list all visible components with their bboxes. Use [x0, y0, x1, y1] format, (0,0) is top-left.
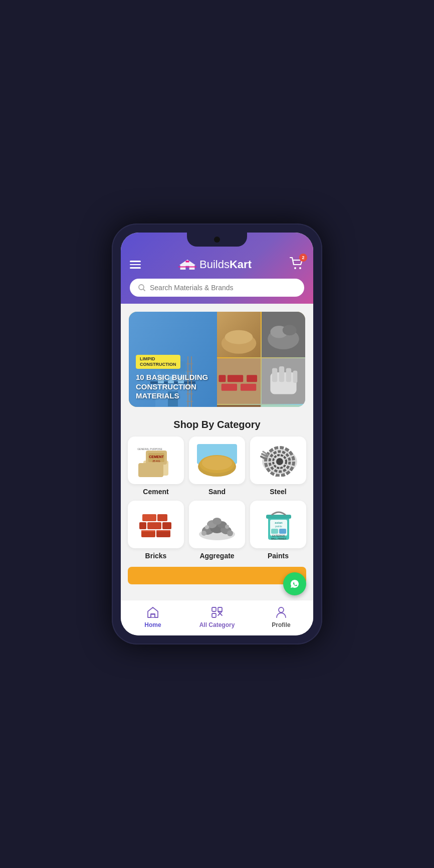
- svg-point-3: [294, 267, 296, 269]
- whatsapp-button[interactable]: [283, 572, 306, 595]
- category-label-aggregate: Aggregate: [199, 552, 234, 560]
- banner-container: LIMPID CONSTRUCTION 10 BASIC BUILDING CO…: [121, 304, 313, 411]
- category-item-steel[interactable]: Steel: [250, 437, 306, 496]
- bottom-promo-bar: [128, 567, 306, 584]
- search-input[interactable]: [150, 284, 296, 292]
- svg-point-52: [202, 456, 232, 470]
- svg-rect-43: [138, 463, 163, 477]
- svg-text:asian: asian: [275, 521, 283, 524]
- svg-rect-27: [241, 384, 256, 391]
- category-item-aggregate[interactable]: Aggregate: [189, 501, 245, 560]
- category-grid: CEMENT 25 KG GENERAL PURPOSE Cement: [121, 437, 313, 567]
- main-content: LIMPID CONSTRUCTION 10 BASIC BUILDING CO…: [121, 304, 313, 600]
- svg-rect-1: [185, 261, 189, 263]
- logo-part2: Kart: [230, 258, 252, 271]
- whatsapp-icon: [288, 577, 301, 590]
- svg-point-22: [225, 330, 253, 344]
- svg-rect-83: [266, 515, 291, 519]
- svg-point-77: [212, 518, 222, 525]
- category-img-cement: CEMENT 25 KG GENERAL PURPOSE: [128, 437, 184, 484]
- phone-frame: BuildsKart 2: [112, 224, 322, 644]
- notch-camera: [214, 237, 220, 243]
- svg-rect-92: [151, 614, 155, 617]
- banner-overlay: LIMPID CONSTRUCTION 10 BASIC BUILDING CO…: [129, 347, 226, 407]
- paints-svg: asian paints EXTERIOR WALL PRIMER: [262, 506, 295, 543]
- svg-rect-67: [162, 522, 171, 529]
- category-label-steel: Steel: [270, 488, 286, 496]
- nav-home-label: Home: [144, 621, 161, 628]
- bricks-svg: [137, 508, 175, 541]
- profile-icon: [274, 605, 288, 619]
- banner-title: 10 BASIC BUILDING CONSTRUCTION MATERIALS: [136, 373, 219, 401]
- category-item-cement[interactable]: CEMENT 25 KG GENERAL PURPOSE Cement: [128, 437, 184, 496]
- search-bar[interactable]: [130, 279, 304, 297]
- cement-svg: CEMENT 25 KG GENERAL PURPOSE: [136, 443, 176, 478]
- app-logo: BuildsKart: [178, 258, 252, 271]
- svg-text:paints: paints: [275, 525, 282, 528]
- steel-svg: [257, 444, 300, 477]
- nav-profile[interactable]: Profile: [249, 605, 313, 628]
- svg-rect-93: [212, 607, 216, 611]
- svg-point-4: [299, 267, 301, 269]
- nav-profile-label: Profile: [272, 621, 290, 628]
- svg-rect-70: [141, 530, 155, 531]
- phone-screen: BuildsKart 2: [121, 233, 313, 635]
- hamburger-menu[interactable]: [130, 261, 141, 269]
- svg-rect-28: [228, 375, 243, 382]
- svg-rect-34: [286, 368, 291, 382]
- logo-text: BuildsKart: [199, 258, 252, 271]
- logo-part1: Builds: [199, 258, 230, 271]
- svg-point-98: [279, 607, 284, 612]
- category-item-sand[interactable]: Sand: [189, 437, 245, 496]
- svg-rect-35: [293, 371, 298, 383]
- category-label-paints: Paints: [268, 552, 289, 560]
- category-item-paints[interactable]: asian paints EXTERIOR WALL PRIMER Paints: [250, 501, 306, 560]
- svg-point-25: [283, 325, 297, 335]
- svg-rect-32: [272, 368, 277, 382]
- search-icon: [138, 284, 146, 292]
- shop-by-category-title: Shop By Category: [121, 411, 313, 437]
- category-label-sand: Sand: [208, 488, 226, 496]
- nav-all-category-label: All Category: [199, 621, 235, 628]
- banner-brand-badge: LIMPID CONSTRUCTION: [136, 355, 180, 369]
- category-img-paints: asian paints EXTERIOR WALL PRIMER: [250, 501, 306, 548]
- aggregate-svg: [197, 508, 237, 541]
- phone-notch: [187, 233, 247, 247]
- category-img-sand: [189, 437, 245, 484]
- sand-svg: [197, 444, 237, 477]
- category-item-bricks[interactable]: Bricks: [128, 501, 184, 560]
- svg-rect-30: [247, 375, 257, 382]
- svg-point-57: [276, 458, 283, 465]
- svg-rect-33: [279, 366, 284, 382]
- category-label-cement: Cement: [143, 488, 168, 496]
- svg-rect-64: [156, 530, 170, 532]
- category-img-bricks: [128, 501, 184, 548]
- svg-text:25 KG: 25 KG: [152, 460, 160, 463]
- promo-banner[interactable]: LIMPID CONSTRUCTION 10 BASIC BUILDING CO…: [129, 312, 305, 407]
- all-category-icon: [210, 605, 224, 619]
- cart-button[interactable]: 2: [289, 257, 304, 273]
- banner-brand-text: LIMPID CONSTRUCTION: [140, 356, 176, 367]
- category-img-steel: [250, 437, 306, 484]
- svg-rect-69: [157, 514, 167, 521]
- svg-point-80: [205, 525, 209, 529]
- logo-icon: [178, 259, 196, 271]
- nav-home[interactable]: Home: [121, 605, 185, 628]
- bottom-nav: Home All Category Profile: [121, 600, 313, 635]
- svg-text:GENERAL PURPOSE: GENERAL PURPOSE: [137, 448, 162, 451]
- svg-text:CEMENT: CEMENT: [149, 455, 164, 459]
- svg-point-79: [227, 530, 233, 536]
- svg-rect-66: [139, 522, 146, 529]
- nav-all-category[interactable]: All Category: [185, 605, 249, 628]
- svg-rect-68: [142, 514, 156, 521]
- home-icon: [146, 605, 160, 619]
- banner-tiles: [217, 312, 305, 407]
- svg-rect-65: [147, 522, 161, 529]
- category-img-aggregate: [189, 501, 245, 548]
- svg-text:EXTERIOR: EXTERIOR: [272, 534, 285, 537]
- cart-badge: 2: [299, 254, 307, 262]
- svg-point-78: [201, 531, 206, 536]
- svg-point-81: [225, 525, 229, 529]
- svg-rect-94: [218, 607, 222, 611]
- svg-rect-88: [279, 529, 286, 534]
